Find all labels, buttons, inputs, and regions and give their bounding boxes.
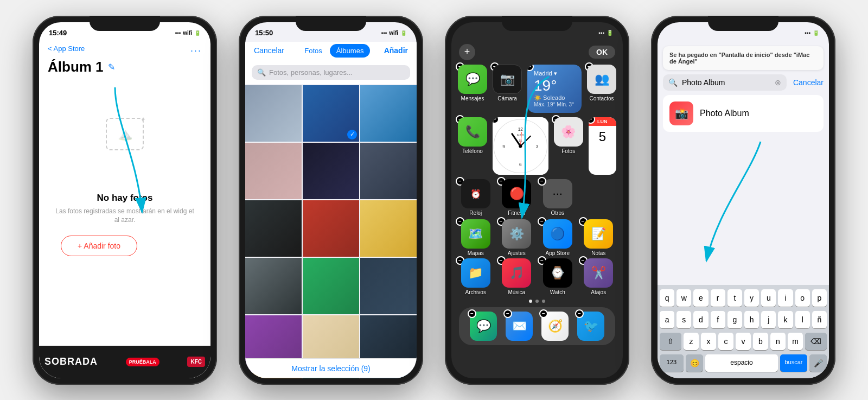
key-n-tilde[interactable]: ñ bbox=[812, 311, 827, 328]
search-icon-2: 🔍 bbox=[257, 68, 266, 77]
app-notas[interactable]: − 📝 Notas bbox=[581, 219, 617, 256]
key-emoji[interactable]: 😊 bbox=[686, 354, 703, 372]
key-x[interactable]: x bbox=[701, 333, 716, 350]
key-o[interactable]: o bbox=[795, 289, 810, 307]
photo-cell-4[interactable] bbox=[245, 143, 302, 199]
app-fitness[interactable]: − 🔴 Fitness bbox=[499, 179, 535, 216]
tab-albums[interactable]: Álbumes bbox=[330, 44, 371, 58]
key-k[interactable]: k bbox=[778, 311, 793, 328]
empty-state: ✦ bbox=[39, 84, 210, 193]
dock-whatsapp[interactable]: − 💬 bbox=[470, 312, 497, 341]
photo-cell-9[interactable] bbox=[360, 200, 417, 257]
app-otros[interactable]: − ··· Otros bbox=[540, 179, 576, 216]
photo-cell-5[interactable] bbox=[303, 143, 359, 199]
app-store[interactable]: − 🔵 App Store bbox=[540, 219, 576, 256]
phone-2: 15:50 ▪▪▪ wifi 🔋 Cancelar Fotos Álbumes … bbox=[239, 16, 423, 385]
weather-widget[interactable]: − Madrid ▾ 19° ☀️ Soleado Máx. 19° Mín. … bbox=[527, 65, 582, 113]
key-y[interactable]: y bbox=[744, 289, 759, 307]
dock-safari[interactable]: − 🧭 bbox=[541, 312, 569, 341]
app-contactos[interactable]: − 👥 Contactos bbox=[587, 65, 616, 113]
key-h[interactable]: h bbox=[744, 311, 759, 328]
app-mensajes[interactable]: − 💬 Mensajes bbox=[458, 65, 487, 113]
search-result[interactable]: 📸 Photo Album bbox=[663, 95, 824, 132]
key-b[interactable]: b bbox=[753, 333, 768, 350]
key-backspace[interactable]: ⌫ bbox=[805, 333, 827, 350]
key-z[interactable]: z bbox=[684, 333, 699, 350]
dock-twitter[interactable]: − 🐦 bbox=[577, 312, 604, 341]
app-camara[interactable]: − 📷 Cámara bbox=[493, 65, 522, 113]
key-d[interactable]: d bbox=[693, 311, 708, 328]
app-mapas[interactable]: − 🗺️ Mapas bbox=[458, 219, 494, 256]
key-j[interactable]: j bbox=[761, 311, 776, 328]
photo-cell-8[interactable] bbox=[303, 200, 359, 257]
dock: − 💬 − ✉️ − 🧭 − 🐦 bbox=[459, 307, 615, 345]
key-r[interactable]: r bbox=[711, 289, 725, 307]
key-m[interactable]: m bbox=[788, 333, 803, 350]
photo-cell-12[interactable] bbox=[360, 258, 417, 314]
edit-icon[interactable]: ✎ bbox=[108, 62, 115, 72]
more-button[interactable]: ... bbox=[190, 43, 202, 54]
back-button[interactable]: < App Store bbox=[48, 45, 85, 53]
key-c[interactable]: c bbox=[718, 333, 733, 350]
photo-cell-1[interactable] bbox=[245, 85, 302, 142]
tab-fotos[interactable]: Fotos bbox=[298, 44, 329, 58]
add-widget-button[interactable]: + bbox=[459, 44, 475, 60]
cancel-button-2[interactable]: Cancelar bbox=[254, 46, 284, 55]
search-bar-2[interactable]: 🔍 Fotos, personas, lugares... bbox=[252, 65, 410, 80]
app-musica[interactable]: − 🎵 Música bbox=[499, 258, 535, 295]
kb-row-1: q w e r t y u i o p bbox=[660, 289, 827, 307]
phone4-screen: ▪▪▪ 🔋 Se ha pegado en "Pantalla de inici… bbox=[658, 22, 829, 378]
key-w[interactable]: w bbox=[676, 289, 691, 307]
clear-search-button[interactable]: ⊗ bbox=[775, 78, 781, 87]
app-reloj[interactable]: − ⏰ Reloj bbox=[458, 179, 494, 216]
battery-icon: 🔋 bbox=[194, 30, 201, 36]
calendar-widget[interactable]: − LUN 5 bbox=[589, 117, 616, 175]
phone4-search-bar[interactable]: 🔍 Photo Album ⊗ bbox=[663, 74, 787, 91]
key-n[interactable]: n bbox=[770, 333, 786, 350]
key-space[interactable]: espacio bbox=[705, 354, 778, 372]
search-row: 🔍 Photo Album ⊗ Cancelar bbox=[663, 74, 824, 91]
key-t[interactable]: t bbox=[727, 289, 742, 307]
ad-brand: SOBRADA bbox=[44, 356, 98, 367]
app-fotos[interactable]: − 🌸 Fotos bbox=[554, 117, 583, 175]
cancel-button-4[interactable]: Cancelar bbox=[793, 78, 824, 87]
photo-cell-6[interactable] bbox=[360, 143, 417, 199]
key-l[interactable]: l bbox=[795, 311, 810, 328]
fotos-label: Fotos bbox=[561, 148, 575, 154]
clock-widget[interactable]: − 12 3 6 9 MAD 11 bbox=[493, 117, 548, 175]
add-btn-2[interactable]: Añadir bbox=[384, 46, 408, 55]
app-telefono[interactable]: − 📞 Teléfono bbox=[458, 117, 487, 175]
key-u[interactable]: u bbox=[761, 289, 776, 307]
analog-clock: 12 3 6 9 MAD 11 bbox=[493, 117, 548, 175]
add-photo-button[interactable]: + Añadir foto bbox=[61, 236, 137, 256]
key-buscar[interactable]: buscar bbox=[780, 354, 807, 372]
show-selection-button[interactable]: Mostrar la selección (9) bbox=[245, 358, 417, 378]
phone-1: 15:49 ▪▪▪ wifi 🔋 < App Store ... Álbum 1… bbox=[33, 16, 217, 385]
ok-button[interactable]: OK bbox=[589, 46, 615, 59]
photo-cell-11[interactable] bbox=[303, 258, 359, 314]
key-shift[interactable]: ⇧ bbox=[660, 333, 681, 350]
key-f[interactable]: f bbox=[711, 311, 725, 328]
key-s[interactable]: s bbox=[676, 311, 691, 328]
key-v[interactable]: v bbox=[736, 333, 751, 350]
app-watch[interactable]: − ⌚ Watch bbox=[540, 258, 576, 295]
app-archivos[interactable]: − 📁 Archivos bbox=[458, 258, 494, 295]
photo-cell-10[interactable] bbox=[245, 258, 302, 314]
photo-cell-7[interactable] bbox=[245, 200, 302, 257]
app-ajustes[interactable]: − ⚙️ Ajustes bbox=[499, 219, 535, 256]
svg-text:6: 6 bbox=[519, 162, 522, 167]
key-g[interactable]: g bbox=[727, 311, 742, 328]
minus-badge-mail: − bbox=[503, 309, 512, 318]
key-mic[interactable]: 🎤 bbox=[809, 354, 827, 372]
app-atajos[interactable]: − ✂️ Atajos bbox=[581, 258, 617, 295]
photo-cell-3[interactable] bbox=[360, 85, 417, 142]
dock-mail[interactable]: − ✉️ bbox=[506, 312, 533, 341]
key-a[interactable]: a bbox=[660, 311, 674, 328]
battery-icon-4: 🔋 bbox=[813, 30, 819, 36]
key-p[interactable]: p bbox=[812, 289, 827, 307]
key-123[interactable]: 123 bbox=[660, 354, 684, 372]
photo-cell-2[interactable] bbox=[303, 85, 359, 142]
key-i[interactable]: i bbox=[778, 289, 793, 307]
key-q[interactable]: q bbox=[660, 289, 674, 307]
key-e[interactable]: e bbox=[693, 289, 708, 307]
